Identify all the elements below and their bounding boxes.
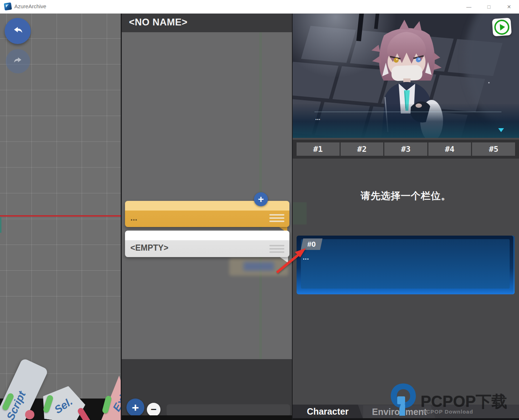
undo-button[interactable] <box>5 18 31 44</box>
close-button[interactable]: ✕ <box>499 0 519 13</box>
annotation-arrow <box>270 245 311 276</box>
app-title: AzureArchive <box>14 3 46 9</box>
script-title: <NO NAME> <box>129 17 188 28</box>
minimize-button[interactable]: — <box>459 0 479 13</box>
dialogue-bubble-empty[interactable]: <EMPTY> <box>125 231 289 257</box>
bottom-strip <box>293 418 519 420</box>
bottom-tab-bar: Character Environment <box>293 405 519 418</box>
play-icon <box>494 19 510 35</box>
select-card-label: Sel. <box>52 395 75 416</box>
app-window: AzureArchive — □ ✕ Script Sel. Exi <box>0 0 519 420</box>
insert-bubble-button[interactable]: + <box>254 192 268 206</box>
slot-0-inner <box>301 239 510 289</box>
canvas-grid-panel[interactable]: Script Sel. Exi <box>0 13 121 420</box>
slot-tab-5[interactable]: #5 <box>472 143 515 156</box>
continue-indicator-icon <box>498 128 504 132</box>
app-logo-icon <box>4 3 12 11</box>
pink-dot <box>25 410 34 419</box>
slot-0-panel[interactable]: #0 ... <box>297 236 515 294</box>
dialogue-bubble-text: ... <box>130 213 137 223</box>
undo-icon <box>11 23 25 39</box>
script-footer: + − <box>122 359 292 415</box>
tab-environment[interactable]: Environment <box>363 405 436 418</box>
add-entry-button[interactable]: + <box>126 399 144 416</box>
script-header: <NO NAME> <box>122 13 292 32</box>
dialogue-text: ... <box>315 115 320 122</box>
redo-button[interactable] <box>6 49 30 73</box>
slot-tab-2[interactable]: #2 <box>341 143 384 156</box>
dialogue-divider <box>314 112 501 112</box>
remove-entry-button[interactable]: − <box>147 403 160 416</box>
window-controls: — □ ✕ <box>459 0 519 13</box>
tab-character[interactable]: Character <box>293 405 363 418</box>
background-green-rect <box>293 202 307 225</box>
title-bar: AzureArchive — □ ✕ <box>0 0 519 14</box>
slot-tab-4[interactable]: #4 <box>428 143 471 156</box>
timeline-teal-mark <box>0 217 1 233</box>
slot-tab-1[interactable]: #1 <box>297 143 340 156</box>
maximize-button[interactable]: □ <box>479 0 499 13</box>
empty-bubble-text: <EMPTY> <box>130 243 168 253</box>
play-button[interactable] <box>492 18 511 37</box>
slot-hint-text: 请先选择一个栏位。 <box>293 189 519 202</box>
exit-card-label: Exi <box>110 394 121 414</box>
drag-handle-icon[interactable] <box>269 214 284 222</box>
scene-preview[interactable]: ... <box>293 13 519 138</box>
inspector-panel: ... #1 #2 #3 #4 #5 请先选择一个栏位。 #0 ... Char… <box>293 13 519 420</box>
dialogue-overlay: ... <box>293 104 519 138</box>
footer-divider <box>122 415 292 420</box>
slot-tab-bar: #1 #2 #3 #4 #5 <box>293 140 519 159</box>
footer-tray <box>167 404 290 416</box>
timeline-red-line <box>0 215 121 217</box>
redo-icon <box>11 54 24 68</box>
slot-tab-3[interactable]: #3 <box>384 143 427 156</box>
